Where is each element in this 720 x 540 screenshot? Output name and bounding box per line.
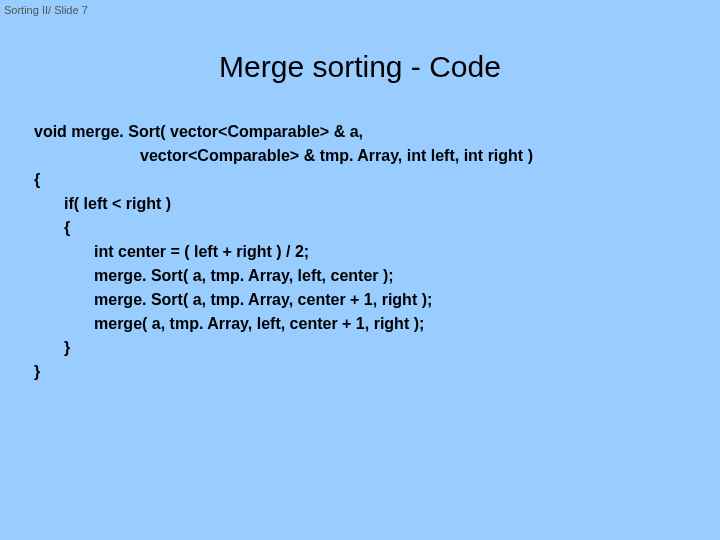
slide-header: Sorting II/ Slide 7 [4, 4, 88, 16]
code-line: merge( a, tmp. Array, left, center + 1, … [94, 312, 533, 336]
code-line: if( left < right ) [64, 192, 533, 216]
slide-title: Merge sorting - Code [0, 50, 720, 84]
code-line: } [34, 360, 533, 384]
code-line: { [64, 216, 533, 240]
code-line: { [34, 168, 533, 192]
code-line: int center = ( left + right ) / 2; [94, 240, 533, 264]
code-line: merge. Sort( a, tmp. Array, center + 1, … [94, 288, 533, 312]
code-line: } [64, 336, 533, 360]
code-line: vector<Comparable> & tmp. Array, int lef… [140, 144, 533, 168]
code-line: merge. Sort( a, tmp. Array, left, center… [94, 264, 533, 288]
code-block: void merge. Sort( vector<Comparable> & a… [34, 120, 533, 384]
code-line: void merge. Sort( vector<Comparable> & a… [34, 120, 533, 144]
